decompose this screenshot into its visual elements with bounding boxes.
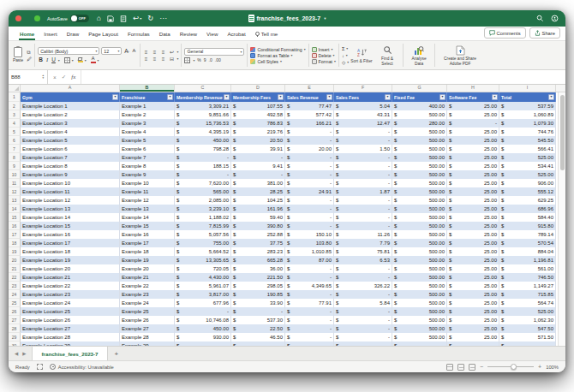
header-cell-gym[interactable]: Gym▼ (21, 92, 120, 102)
row-number[interactable]: 16 (9, 222, 21, 230)
cell-currency[interactable]: $4,430.00 (175, 273, 231, 282)
merge-center-icon[interactable]: ⊟ (169, 56, 176, 62)
cell-text[interactable]: Example Location 12 (21, 196, 120, 205)
prev-sheet-icon[interactable]: ◀ (15, 351, 18, 356)
cell-currency[interactable]: $- (285, 316, 334, 324)
cell-currency[interactable]: $25.00 (447, 187, 499, 196)
cell-text[interactable]: Example 1 (120, 102, 175, 110)
cell-currency[interactable]: $6.53 (334, 256, 392, 264)
cell-text[interactable]: Example 26 (120, 316, 175, 324)
cell-currency[interactable]: $ (285, 342, 334, 346)
fill-color-icon[interactable] (78, 57, 83, 62)
cell-currency[interactable]: $500.00 (392, 179, 447, 187)
cell-currency[interactable]: $492.58 (231, 110, 285, 119)
select-all-corner[interactable] (9, 85, 21, 92)
cell-currency[interactable]: $500.00 (392, 290, 447, 299)
cell-currency[interactable]: $744.76 (499, 128, 556, 136)
cell-text[interactable]: Example Location 4 (21, 128, 120, 136)
cell-text[interactable]: Example Location 22 (21, 282, 120, 290)
cell-currency[interactable]: $577.42 (285, 110, 334, 119)
row-number[interactable]: 10 (9, 170, 21, 179)
name-box-stepper[interactable]: ▲▼ (42, 74, 45, 80)
grow-font-button[interactable]: A^ (123, 49, 129, 55)
row-number[interactable]: 8 (9, 153, 21, 162)
home-icon[interactable]: ⌂ (97, 15, 101, 22)
cell-text[interactable]: Example Location 16 (21, 230, 120, 239)
cell-text[interactable]: Example Location 11 (21, 187, 120, 196)
cell-currency[interactable]: $25.00 (447, 196, 499, 205)
minimize-window-button[interactable] (25, 15, 31, 21)
cell-currency[interactable]: $252.88 (231, 230, 285, 239)
row-number[interactable]: 3 (9, 110, 21, 119)
row-number[interactable]: 28 (9, 324, 21, 333)
filter-dropdown-icon[interactable]: ▼ (224, 94, 230, 100)
cell-currency[interactable]: $75.81 (334, 247, 392, 256)
cell-currency[interactable]: $- (334, 273, 392, 282)
cell-currency[interactable]: $326.22 (334, 282, 392, 290)
cell-currency[interactable]: $15,736.53 (175, 119, 231, 128)
add-sheet-button[interactable]: + (108, 347, 126, 360)
header-cell-sales-revenue[interactable]: Sales Revenue▼ (285, 92, 334, 102)
cell-text[interactable]: Example Location 10 (21, 179, 120, 187)
ribbon-item-format[interactable]: Format▾ (312, 59, 336, 64)
header-cell-membership-revenue[interactable]: Membership Revenue▼ (175, 92, 231, 102)
zoom-out-icon[interactable]: − (480, 364, 483, 370)
cell-currency[interactable]: $39.91 (231, 145, 285, 153)
cell-currency[interactable]: $9.41 (231, 162, 285, 170)
save-icon[interactable] (107, 15, 114, 22)
cell-currency[interactable]: $25.00 (447, 282, 499, 290)
row-number[interactable]: 20 (9, 256, 21, 264)
align-top-icon[interactable]: ≡ (143, 50, 150, 55)
cell-currency[interactable]: $25.00 (447, 264, 499, 273)
cell-currency[interactable]: $570.54 (499, 239, 556, 247)
row-number[interactable]: 17 (9, 230, 21, 239)
cell-currency[interactable]: $565.00 (175, 187, 231, 196)
cell-text[interactable]: Example Location 2 (21, 110, 120, 119)
zoom-slider-knob[interactable] (511, 364, 517, 370)
cell-currency[interactable]: $500.00 (392, 110, 447, 119)
cell-text[interactable]: Example 6 (120, 145, 175, 153)
italic-button[interactable]: I (45, 57, 49, 63)
comma-style-icon[interactable]: 9 (204, 57, 206, 62)
cell-currency[interactable]: $4,349.65 (285, 282, 334, 290)
cell-currency[interactable]: $686.96 (499, 205, 556, 213)
cell-text[interactable]: Example 17 (120, 239, 175, 247)
cell-text[interactable]: Example 2 (120, 110, 175, 119)
cell-currency[interactable]: $- (334, 316, 392, 324)
cell-currency[interactable]: $25.00 (447, 239, 499, 247)
ribbon-item-format-as-table[interactable]: Format as Table▾ (250, 53, 305, 58)
cell-currency[interactable]: $46.50 (231, 333, 285, 342)
more-commands-icon[interactable]: ⋯ (159, 15, 167, 22)
tab-tell-me[interactable]: Tell me (254, 31, 279, 40)
cell-currency[interactable]: $25.00 (447, 256, 499, 264)
cell-text[interactable]: Example 24 (120, 299, 175, 307)
cell-currency[interactable]: $298.05 (231, 282, 285, 290)
vertical-scrollbar[interactable] (558, 92, 565, 346)
column-header-F[interactable]: F (334, 85, 392, 92)
font-name-select[interactable]: Calibri (Body)▾ (38, 47, 99, 55)
cell-currency[interactable]: $1,062.30 (499, 316, 556, 324)
cell-currency[interactable]: $500.00 (392, 324, 447, 333)
cell-currency[interactable]: $- (231, 153, 285, 162)
row-number[interactable]: 14 (9, 205, 21, 213)
column-header-C[interactable]: C (175, 85, 231, 92)
cell-currency[interactable]: $- (334, 179, 392, 187)
cell-text[interactable]: Example Location 17 (21, 239, 120, 247)
cell-currency[interactable]: $525.00 (499, 153, 556, 162)
cell-currency[interactable]: $- (285, 264, 334, 273)
cell-text[interactable]: Example 5 (120, 136, 175, 145)
cell-currency[interactable]: $400.00 (392, 102, 447, 110)
cell-text[interactable]: Example Location 24 (21, 299, 120, 307)
row-number[interactable]: 15 (9, 213, 21, 222)
header-cell-total[interactable]: Total▼ (499, 92, 556, 102)
cell-currency[interactable]: $450.00 (175, 136, 231, 145)
cell-currency[interactable]: $381.00 (231, 179, 285, 187)
fill-down-icon[interactable]: ↓ (342, 53, 344, 58)
column-header-I[interactable]: I (499, 85, 556, 92)
cell-currency[interactable]: $534.41 (499, 162, 556, 170)
cell-currency[interactable]: $- (334, 162, 392, 170)
cell-currency[interactable]: $500.00 (392, 299, 447, 307)
cell-text[interactable]: Example Location 1 (21, 102, 120, 110)
cell-currency[interactable]: $525.00 (499, 307, 556, 316)
cell-text[interactable]: Example Location 23 (21, 290, 120, 299)
